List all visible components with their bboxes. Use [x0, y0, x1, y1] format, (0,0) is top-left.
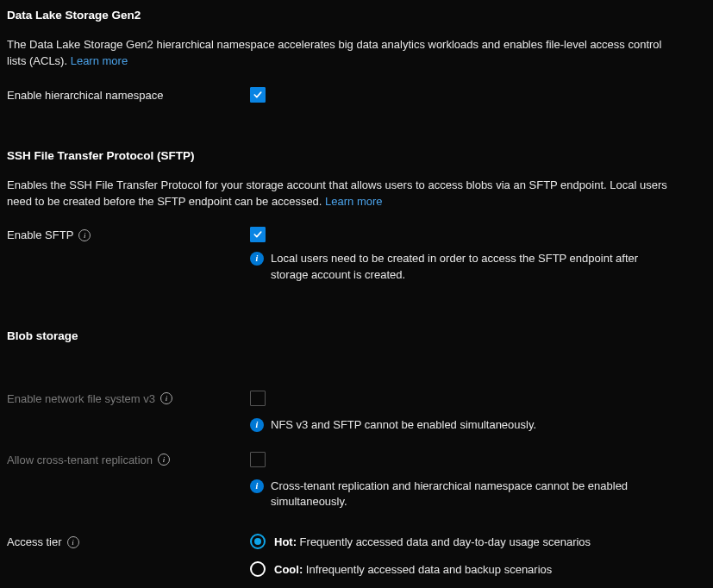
cool-desc: Infrequently accessed data and backup sc…	[303, 563, 552, 576]
section-desc-datalake: The Data Lake Storage Gen2 hierarchical …	[7, 37, 679, 70]
section-heading-sftp: SSH File Transfer Protocol (SFTP)	[7, 149, 704, 162]
nfs-note-text: NFS v3 and SFTP cannot be enabled simult…	[271, 417, 536, 433]
nfs-label-text: Enable network file system v3	[7, 392, 155, 405]
radio-icon	[250, 534, 266, 549]
learn-more-link-sftp[interactable]: Learn more	[325, 195, 382, 208]
section-heading-blob: Blob storage	[7, 329, 704, 342]
learn-more-link-datalake[interactable]: Learn more	[71, 54, 128, 67]
info-icon[interactable]: i	[158, 454, 170, 466]
info-icon[interactable]: i	[78, 229, 91, 241]
access-tier-radio-group: Hot: Frequently accessed data and day-to…	[250, 534, 704, 588]
radio-icon	[250, 561, 266, 577]
cross-tenant-label: Allow cross-tenant replication i	[7, 452, 250, 466]
nfs-note: i NFS v3 and SFTP cannot be enabled simu…	[250, 417, 647, 433]
sftp-enable-label-text: Enable SFTP	[7, 228, 73, 241]
hot-prefix: Hot:	[274, 535, 297, 548]
cross-tenant-checkbox	[250, 452, 266, 467]
checkmark-icon	[253, 90, 263, 100]
cross-tenant-note-text: Cross-tenant replication and hierarchica…	[271, 479, 647, 510]
cross-tenant-note: i Cross-tenant replication and hierarchi…	[250, 479, 647, 510]
section-heading-datalake: Data Lake Storage Gen2	[7, 9, 704, 22]
access-tier-cool-label: Cool: Infrequently accessed data and bac…	[274, 563, 552, 576]
nfs-label: Enable network file system v3 i	[7, 391, 250, 405]
access-tier-hot-label: Hot: Frequently accessed data and day-to…	[274, 535, 591, 548]
hot-desc: Frequently accessed data and day-to-day …	[297, 535, 591, 548]
checkmark-icon	[253, 229, 263, 240]
sftp-note-text: Local users need to be created in order …	[271, 251, 647, 282]
access-tier-label: Access tier i	[7, 534, 250, 548]
info-icon[interactable]: i	[160, 392, 172, 404]
sftp-note: i Local users need to be created in orde…	[250, 251, 647, 282]
info-icon: i	[250, 479, 264, 493]
nfs-checkbox	[250, 391, 266, 406]
section-desc-sftp: Enables the SSH File Transfer Protocol f…	[7, 178, 679, 210]
hns-label: Enable hierarchical namespace	[7, 87, 250, 102]
info-icon: i	[250, 252, 264, 266]
cool-prefix: Cool:	[274, 563, 303, 576]
access-tier-cool-radio[interactable]: Cool: Infrequently accessed data and bac…	[250, 561, 704, 577]
sftp-checkbox[interactable]	[250, 227, 266, 242]
info-icon[interactable]: i	[67, 536, 79, 548]
info-icon: i	[250, 418, 264, 432]
cross-tenant-label-text: Allow cross-tenant replication	[7, 454, 153, 466]
sftp-enable-label: Enable SFTP i	[7, 227, 250, 241]
access-tier-hot-radio[interactable]: Hot: Frequently accessed data and day-to…	[250, 534, 704, 549]
hns-checkbox[interactable]	[250, 87, 266, 103]
access-tier-label-text: Access tier	[7, 535, 62, 548]
